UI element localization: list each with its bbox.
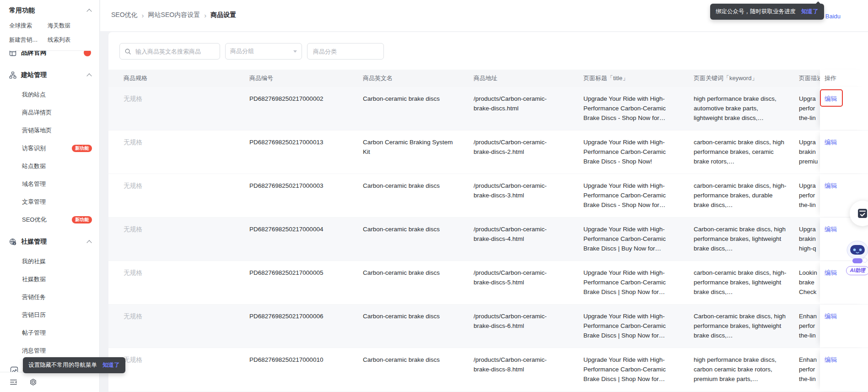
cell-spec: 无规格 [124, 224, 249, 261]
group-label: 建站管理 [21, 71, 47, 79]
cell-keywords: Carbon-ceramic brake discs, high perform… [694, 311, 799, 348]
cell-keywords: high performance brake discs, carbon cer… [694, 355, 799, 391]
table-row: 无规格 PD6827698250217000006 Carbon-ceramic… [108, 305, 868, 348]
chevron-up-icon[interactable] [86, 9, 92, 14]
row-actions: 编辑 [820, 305, 868, 348]
sidebar-item-my-social-media[interactable]: 我的社媒 [0, 252, 99, 270]
sidebar-item-visitor-identification[interactable]: 访客识别 新功能 [0, 139, 99, 157]
got-it-button[interactable]: 知道了 [102, 361, 120, 369]
col-title: 页面标题「title」 [583, 74, 694, 82]
sidebar-item-label: 营销日历 [22, 311, 46, 319]
breadcrumb-site-seo-content[interactable]: 网站SEO内容设置 [148, 11, 200, 19]
search-icon [124, 48, 131, 55]
edit-button[interactable]: 编辑 [825, 226, 837, 233]
new-feature-badge: 新功能 [72, 145, 92, 152]
product-category-input[interactable] [312, 48, 379, 55]
cell-url: /products/Carbon-ceramic-brake-discs-6.h… [474, 311, 563, 331]
col-url: 商品地址 [474, 74, 583, 82]
sidebar-item-brand-site[interactable]: 品牌官网 [0, 51, 99, 62]
product-search-box [119, 43, 220, 60]
cell-title: Upgrade Your Ride with High-Performance … [583, 355, 694, 391]
cell-name: Carbon Ceramic Braking System Kit [363, 137, 474, 174]
breadcrumb-separator: › [142, 11, 144, 19]
col-actions: 操作 [820, 70, 868, 87]
cell-spec: 无规格 [124, 355, 249, 391]
chevron-up-icon[interactable] [86, 240, 92, 245]
sidebar-item-marketing-landing-page[interactable]: 营销落地页 [0, 121, 99, 139]
cell-name: Carbon-ceramic brake discs [363, 355, 474, 391]
quick-link-customs-data[interactable]: 海关数据 [48, 22, 91, 30]
robot-mascot-icon [845, 240, 868, 264]
cell-name: Carbon-ceramic brake discs [363, 94, 474, 130]
ai-assistant-badge: AI助理 [846, 266, 868, 275]
cell-title: Upgrade Your Ride with High-Performance … [583, 137, 694, 174]
notification-badge [84, 51, 91, 56]
col-spec: 商品规格 [124, 74, 249, 82]
sidebar-item-label: 我的站点 [22, 91, 46, 99]
cell-sku: PD6827698250217000004 [249, 224, 363, 261]
collapse-menu-icon[interactable] [9, 378, 18, 387]
row-actions: 编辑 [820, 131, 868, 174]
sidebar-item-label: 访客识别 [22, 144, 46, 152]
edit-button[interactable]: 编辑 [825, 139, 837, 146]
col-keywords: 页面关键词「keyword」 [694, 74, 799, 82]
cell-name: Carbon-ceramic brake discs [363, 268, 474, 304]
edit-button[interactable]: 编辑 [825, 269, 837, 276]
ai-assistant-widget[interactable]: AI助理 [841, 240, 868, 275]
got-it-button[interactable]: 知道了 [801, 8, 819, 16]
search-input[interactable] [135, 48, 215, 55]
sidebar-item-domain-management[interactable]: 域名管理 [0, 175, 99, 193]
cell-name: Carbon-ceramic brake discs [363, 311, 474, 348]
svg-text:f: f [14, 242, 15, 245]
sidebar-item-post-management[interactable]: 帖子管理 [0, 324, 99, 342]
sidebar-item-label: 帖子管理 [22, 329, 46, 337]
settings-gear-icon[interactable] [29, 378, 38, 387]
cell-title: Upgrade Your Ride with High-Performance … [583, 181, 694, 217]
sidebar-item-marketing-calendar[interactable]: 营销日历 [0, 306, 99, 324]
sidebar-item-my-site[interactable]: 我的站点 [0, 86, 99, 103]
edit-button[interactable]: 编辑 [825, 356, 837, 363]
common-functions-section: 常用功能 全球搜索 海关数据 新建营销… 线索列表 [0, 0, 99, 51]
cell-url: /products/Carbon-ceramic-brake-discs-2.h… [474, 137, 563, 157]
edit-button[interactable]: 编辑 [825, 95, 837, 102]
cell-title: Upgrade Your Ride with High-Performance … [583, 224, 694, 261]
edit-button[interactable]: 编辑 [825, 182, 837, 189]
cell-spec: 无规格 [124, 311, 249, 348]
sidebar-item-label: 我的社媒 [22, 257, 46, 266]
cell-spec: 无规格 [124, 181, 249, 217]
col-name: 商品英文名 [363, 74, 474, 82]
edit-button[interactable]: 编辑 [825, 313, 837, 320]
table-row: 无规格 PD6827698250217000003 Carbon-ceramic… [108, 174, 868, 218]
breadcrumb-current: 商品设置 [210, 11, 236, 19]
table-row: 无规格 PD6827698250217000004 Carbon-ceramic… [108, 218, 868, 261]
sidebar-item-product-detail-page[interactable]: 商品详情页 [0, 103, 99, 121]
table-row: 无规格 PD6827698250217000013 Carbon Ceramic… [108, 131, 868, 174]
cell-title: Upgrade Your Ride with High-Performance … [583, 311, 694, 348]
sidebar-item-marketing-tasks[interactable]: 营销任务 [0, 288, 99, 306]
table-row: 无规格 PD6827698250217000010 Carbon-ceramic… [108, 348, 868, 392]
breadcrumb-seo[interactable]: SEO优化 [111, 11, 138, 19]
quick-link-leads-list[interactable]: 线索列表 [48, 36, 91, 44]
quick-link-new-marketing[interactable]: 新建营销… [9, 36, 48, 44]
cell-url: /products/Carbon-ceramic-brake-discs.htm… [474, 94, 563, 113]
product-group-select[interactable]: 商品分组 [225, 43, 302, 60]
baidu-index-link[interactable]: Baidu [825, 13, 841, 20]
cell-title: Upgrade Your Ride with High-Performance … [583, 94, 694, 130]
sidebar-item-article-management[interactable]: 文章管理 [0, 193, 99, 211]
cell-name: Carbon-ceramic brake discs [363, 181, 474, 217]
sidebar-item-label: 消息管理 [22, 347, 46, 355]
sidebar-menu: 品牌官网 建站管理 我的站点 商品详情页 营销落地页 访客识别 新功能 站点数据… [0, 51, 99, 377]
social-globe-icon: f [9, 238, 16, 245]
quick-link-global-search[interactable]: 全球搜索 [9, 22, 48, 30]
group-social-media-management[interactable]: f 社媒管理 [0, 231, 99, 252]
sidebar-item-label: 营销落地页 [22, 126, 52, 135]
org-chart-icon [9, 71, 16, 79]
group-site-management[interactable]: 建站管理 [0, 65, 99, 86]
chevron-up-icon[interactable] [86, 73, 92, 78]
filter-bar: 商品分组 [119, 43, 868, 60]
sidebar-item-label: 营销任务 [22, 293, 46, 301]
sidebar-item-seo-optimization[interactable]: SEO优化 新功能 [0, 211, 99, 229]
cell-spec: 无规格 [124, 94, 249, 130]
sidebar-item-social-media-data[interactable]: 社媒数据 [0, 270, 99, 288]
sidebar-item-site-data[interactable]: 站点数据 [0, 157, 99, 175]
